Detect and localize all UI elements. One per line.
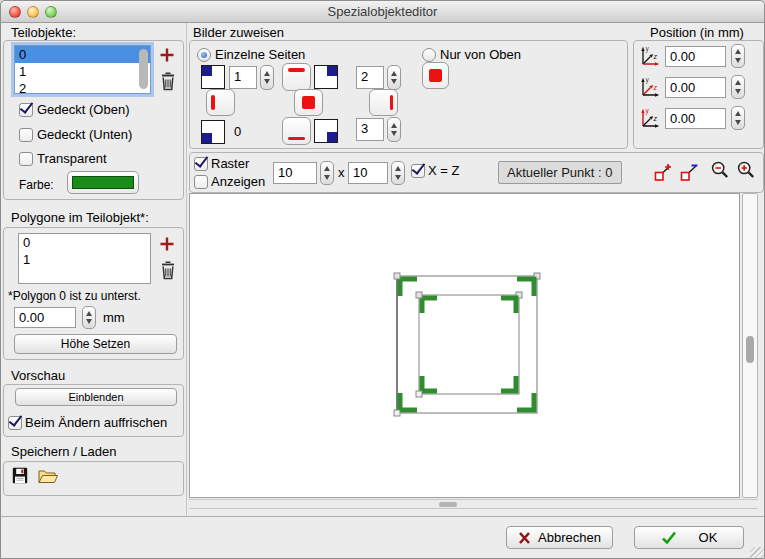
farbe-label: Farbe:: [19, 178, 54, 192]
axis-z-icon: y z: [637, 75, 662, 99]
drawing-canvas[interactable]: [189, 193, 740, 498]
polygon-note: *Polygon 0 ist zu unterst.: [8, 289, 141, 303]
zoom-out-icon[interactable]: [710, 160, 730, 180]
splitter-handle[interactable]: [439, 502, 457, 507]
refresh-label: Beim Ändern auffrischen: [25, 415, 167, 430]
edge-top-button[interactable]: [282, 63, 311, 91]
cancel-button[interactable]: Abbrechen: [506, 526, 613, 549]
einblenden-button[interactable]: Einblenden: [15, 388, 177, 406]
list-scrollbar-thumb[interactable]: [139, 49, 148, 89]
svg-text:z: z: [653, 115, 658, 122]
xz-checkbox[interactable]: [411, 164, 425, 178]
footer-separator: [1, 516, 764, 517]
position-x-field[interactable]: 0.00: [665, 46, 726, 67]
grid-times-label: x: [338, 165, 345, 180]
cancel-label: Abbrechen: [538, 530, 601, 545]
polygone-header: Polygone im Teilobjekt*:: [11, 210, 149, 225]
transparent-checkbox[interactable]: [19, 152, 33, 166]
side-left-value-label: 0: [234, 124, 241, 139]
grid-y-field[interactable]: 10: [348, 162, 388, 184]
list-item[interactable]: 1: [15, 63, 150, 80]
position-y-stepper[interactable]: [731, 106, 745, 130]
hoehe-setzen-label: Höhe Setzen: [61, 337, 130, 351]
einzelne-seiten-radio[interactable]: [197, 48, 211, 62]
color-swatch: [72, 176, 134, 189]
hoehe-unit-label: mm: [103, 310, 125, 325]
refresh-checkbox[interactable]: [8, 416, 22, 430]
hoehe-setzen-button[interactable]: Höhe Setzen: [14, 334, 177, 354]
grid-x-stepper[interactable]: [320, 161, 334, 185]
polygone-list[interactable]: 0 1: [18, 233, 151, 284]
open-folder-icon[interactable]: [38, 469, 58, 484]
edge-bottom-button[interactable]: [282, 117, 311, 145]
corner-bottom-left-icon: [201, 120, 225, 144]
polygon-drawing: [190, 194, 739, 497]
delete-teilobjekt-trash-icon[interactable]: [160, 71, 176, 91]
nur-von-oben-label: Nur von Oben: [440, 47, 521, 62]
vertical-scrollbar-thumb[interactable]: [746, 336, 754, 363]
side-right-field[interactable]: 2: [356, 66, 384, 89]
add-point-icon[interactable]: [653, 162, 673, 182]
list-item[interactable]: 0: [19, 234, 150, 251]
einblenden-label: Einblenden: [68, 391, 123, 403]
bilder-header: Bilder zuweisen: [193, 25, 284, 40]
side-top-stepper[interactable]: [260, 65, 274, 90]
add-polygon-plus-icon[interactable]: [159, 236, 175, 252]
position-x-stepper[interactable]: [731, 44, 745, 68]
svg-text:z: z: [653, 53, 658, 60]
hoehe-stepper[interactable]: [82, 306, 96, 329]
position-z-stepper[interactable]: [731, 75, 745, 99]
position-y-field[interactable]: 0.00: [665, 108, 726, 129]
einzelne-seiten-label: Einzelne Seiten: [215, 47, 305, 62]
canvas-vertical-scrollbar[interactable]: [742, 193, 758, 498]
cancel-x-icon: [518, 532, 531, 544]
zoom-in-icon[interactable]: [736, 160, 756, 180]
list-item[interactable]: 0: [15, 46, 150, 63]
farbe-color-button[interactable]: [67, 171, 139, 194]
position-z-field[interactable]: 0.00: [665, 77, 726, 98]
teilobjekte-list[interactable]: 0 1 2: [14, 45, 151, 94]
resize-grip[interactable]: [750, 547, 764, 559]
svg-text:y: y: [646, 76, 650, 84]
nur-von-oben-radio[interactable]: [422, 48, 436, 62]
list-item[interactable]: 1: [19, 251, 150, 268]
edge-center-button[interactable]: [294, 89, 323, 116]
ok-label: OK: [699, 530, 718, 545]
delete-polygon-trash-icon[interactable]: [160, 260, 176, 280]
oben-image-button[interactable]: [422, 62, 449, 89]
anzeigen-checkbox[interactable]: [194, 175, 208, 189]
svg-text:y: y: [646, 45, 650, 53]
ok-check-icon: [661, 531, 677, 544]
ok-button[interactable]: OK: [634, 526, 744, 549]
spezialobjekteditor-window: Spezialobjekteditor Teilobjekte: 0 1 2 G…: [0, 0, 765, 559]
aktueller-punkt-status: Aktueller Punkt : 0: [498, 161, 622, 184]
gedeckt-unten-checkbox[interactable]: [19, 128, 33, 142]
window-title: Spezialobjekteditor: [1, 4, 764, 19]
sidebar-divider: [186, 23, 187, 516]
side-bottom-field[interactable]: 3: [356, 118, 384, 141]
grid-y-stepper[interactable]: [391, 161, 405, 185]
edge-left-button[interactable]: [206, 89, 235, 116]
gedeckt-oben-checkbox[interactable]: [19, 103, 33, 117]
teilobjekte-header: Teilobjekte:: [11, 25, 76, 40]
svg-text:z: z: [653, 84, 658, 91]
side-top-field[interactable]: 1: [229, 66, 257, 89]
vorschau-header: Vorschau: [11, 368, 65, 383]
remove-point-icon[interactable]: [679, 162, 699, 182]
position-header: Position (in mm): [650, 25, 744, 40]
edge-right-button[interactable]: [369, 89, 398, 116]
hoehe-field[interactable]: 0.00: [14, 307, 76, 328]
add-teilobjekt-plus-icon[interactable]: [159, 47, 175, 63]
title-bar: Spezialobjekteditor: [1, 1, 764, 23]
raster-checkbox[interactable]: [194, 157, 208, 171]
side-right-stepper[interactable]: [387, 65, 401, 90]
grid-x-field[interactable]: 10: [273, 162, 317, 184]
corner-markers: [400, 279, 534, 410]
canvas-splitter[interactable]: [189, 499, 758, 509]
inner-polygon: [419, 295, 519, 394]
save-floppy-icon[interactable]: [12, 467, 28, 484]
side-bottom-stepper[interactable]: [387, 117, 401, 142]
raster-label: Raster: [211, 156, 249, 171]
speichern-groupbox: [3, 461, 184, 496]
list-item[interactable]: 2: [15, 80, 150, 94]
